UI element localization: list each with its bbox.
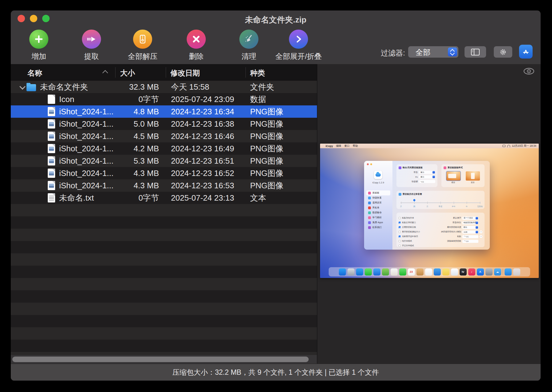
preview-clock: 12月23日 周一 18:34 xyxy=(512,144,536,148)
file-name: 未命名文件夹 xyxy=(40,82,88,92)
toggle-sidebar-button[interactable] xyxy=(465,46,486,58)
file-size: 0字节 xyxy=(115,193,159,203)
file-name: iShot_2024-1... xyxy=(59,107,113,116)
table-row[interactable]: iShot_2024-1... 4.3 MB 2024-12-23 16:53 … xyxy=(11,179,317,192)
file-date: 2025-07-24 23:09 xyxy=(159,95,246,104)
file-icon xyxy=(48,132,55,141)
file-date: 2024-12-23 16:38 xyxy=(159,119,246,129)
settings-button[interactable] xyxy=(494,46,512,58)
dock-icon xyxy=(505,268,512,276)
preview-sidebar-item: 免费 Apps xyxy=(366,220,390,225)
file-name: iShot_2024-1... xyxy=(59,181,113,190)
file-size: 4.2 MB xyxy=(115,144,159,153)
disclosure-chevron-icon[interactable] xyxy=(19,194,26,202)
unzip-all-button[interactable]: 全部解压 xyxy=(120,30,166,61)
file-size: 4.3 MB xyxy=(115,169,159,178)
file-date: 2024-12-23 16:51 xyxy=(159,156,246,166)
disclosure-chevron-icon[interactable] xyxy=(19,133,26,140)
extract-button[interactable]: 提取 xyxy=(68,30,115,61)
content-area: 名称 大小 修改日期 种类 未命名文件夹 xyxy=(11,64,541,364)
preview-sidebar-item: 学习教程 xyxy=(366,215,390,220)
preview-card-panel-style: 剪切板面板样式 横排 竖排 xyxy=(441,164,485,187)
filter-dropdown[interactable]: 全部 xyxy=(408,46,458,58)
extract-arrow-icon xyxy=(82,30,101,49)
file-date: 2024-12-23 16:49 xyxy=(159,144,246,153)
disclosure-chevron-icon[interactable] xyxy=(19,182,26,189)
wifi-icon xyxy=(507,145,510,147)
filter-label: 过滤器: xyxy=(337,48,405,58)
add-button[interactable]: 增加 xyxy=(16,30,62,61)
app-store-button[interactable] xyxy=(519,45,533,59)
table-row[interactable]: 未命名.txt 0字节 2025-07-24 23:13 文本 xyxy=(11,192,317,204)
table-row[interactable]: iShot_2024-1... 4.2 MB 2024-12-23 16:49 … xyxy=(11,142,317,155)
quicklook-button[interactable] xyxy=(522,66,536,76)
battery-icon xyxy=(502,145,505,147)
clean-button[interactable]: 清理 xyxy=(226,30,272,61)
preview-sidebar-item: 黑名单 xyxy=(366,205,390,210)
file-icon xyxy=(26,84,36,91)
app-store-a-icon xyxy=(522,47,530,56)
file-date: 2025-07-24 23:13 xyxy=(159,193,246,203)
disclosure-chevron-icon[interactable] xyxy=(19,83,26,91)
table-row[interactable]: iShot_2024-1... 5.3 MB 2024-12-23 16:51 … xyxy=(11,155,317,167)
zip-file-icon xyxy=(133,30,152,49)
file-kind: PNG图像 xyxy=(246,106,283,117)
dock-icon xyxy=(339,268,346,276)
disclosure-chevron-icon[interactable] xyxy=(19,108,26,115)
file-kind: 文件夹 xyxy=(246,82,274,92)
table-header: 名称 大小 修改日期 种类 xyxy=(11,64,317,81)
dock-icon xyxy=(425,268,432,276)
dock-icon xyxy=(416,268,424,276)
preview-sidebar-item: 快捷恢复 xyxy=(366,195,390,200)
dock-icon xyxy=(434,268,441,276)
file-kind: PNG图像 xyxy=(246,119,283,129)
table-row[interactable]: 未命名文件夹 32.3 MB 今天 15:58 文件夹 xyxy=(11,81,317,93)
expand-collapse-all-button[interactable]: 全部展开/折叠 xyxy=(268,30,329,61)
table-row[interactable]: Icon 0字节 2025-07-24 23:09 数据 xyxy=(11,93,317,105)
column-header-name[interactable]: 名称 xyxy=(27,68,42,78)
file-icon xyxy=(48,169,55,178)
file-name: iShot_2024-1... xyxy=(59,169,113,178)
file-kind: PNG图像 xyxy=(246,168,283,179)
file-size: 5.3 MB xyxy=(115,156,159,166)
titlebar: 未命名文件夹.zip xyxy=(11,10,541,26)
disclosure-chevron-icon[interactable] xyxy=(19,120,26,128)
dock-icon: tv xyxy=(460,268,467,276)
file-icon xyxy=(48,181,55,190)
layout-vertical-thumb xyxy=(466,171,480,181)
file-name: 未命名.txt xyxy=(59,193,94,203)
toolbar: 增加 提取 全部解压 删除 清理 xyxy=(11,26,541,64)
disclosure-chevron-icon[interactable] xyxy=(19,169,26,177)
table-row[interactable]: iShot_2024-1... 4.8 MB 2024-12-23 16:34 … xyxy=(11,105,317,118)
file-date: 2024-12-23 16:46 xyxy=(159,132,246,141)
sidebar-icon xyxy=(471,48,480,56)
table-row[interactable]: iShot_2024-1... 4.3 MB 2024-12-23 16:52 … xyxy=(11,167,317,179)
x-icon xyxy=(187,30,206,49)
statusbar: 压缩包大小：32.2 MB，共 9 个文件, 1 个文件夹 | 已选择 1 个文… xyxy=(11,364,541,381)
disclosure-chevron-icon[interactable] xyxy=(19,145,26,152)
file-icon xyxy=(48,95,55,104)
scrollbar-thumb[interactable] xyxy=(12,357,309,362)
preview-sidebar-item: 通用设置 xyxy=(366,200,390,205)
delete-button[interactable]: 删除 xyxy=(173,30,219,61)
preview-menu-app: iCopy xyxy=(326,145,333,148)
chevron-right-icon xyxy=(289,30,308,49)
table-row[interactable]: iShot_2024-1... 4.5 MB 2024-12-23 16:46 … xyxy=(11,130,317,142)
preview-sidebar: iCopy 1.2.9 剪贴板 快捷恢复 xyxy=(364,161,392,250)
table-row[interactable]: iShot_2024-1... 5.0 MB 2024-12-23 16:38 … xyxy=(11,118,317,130)
dock-icon xyxy=(365,268,372,276)
disclosure-chevron-icon[interactable] xyxy=(19,157,26,165)
file-size: 32.3 MB xyxy=(115,82,159,92)
disclosure-chevron-icon[interactable] xyxy=(19,96,26,103)
horizontal-scrollbar xyxy=(11,355,317,364)
column-header-kind[interactable]: 种类 xyxy=(250,68,265,78)
file-kind: PNG图像 xyxy=(246,143,283,154)
filter-value: 全部 xyxy=(416,47,430,57)
column-header-size[interactable]: 大小 xyxy=(120,68,135,78)
file-size: 0字节 xyxy=(115,94,159,105)
dock-icon: A xyxy=(477,268,484,276)
preview-card-panel-toggle: 唤出/关闭剪切板面板 双击展示 Fn展示 快捷键⌥C xyxy=(396,164,437,187)
column-header-date[interactable]: 修改日期 xyxy=(170,68,200,78)
preview-settings-panel: 唤出/关闭剪切板面板 双击展示 Fn展示 快捷键⌥C xyxy=(392,161,490,250)
preview-pane: iCopy 编辑窗口帮助 12月23日 周一 18:34 xyxy=(317,64,541,364)
